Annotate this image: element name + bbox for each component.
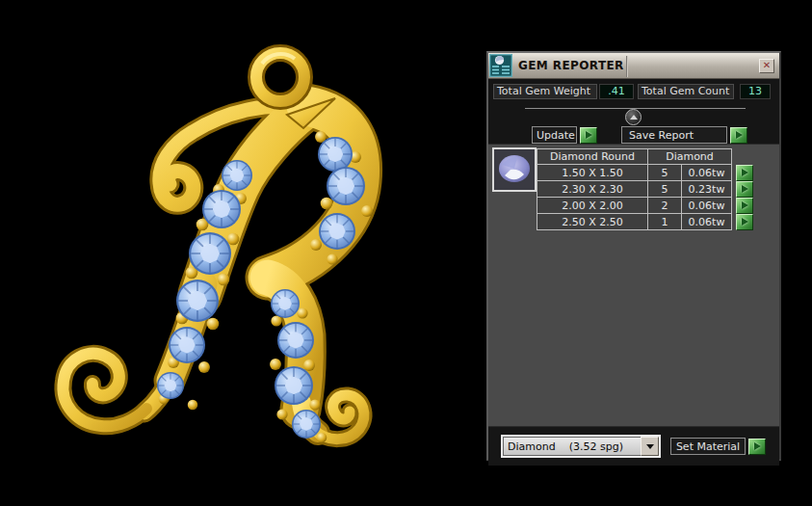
header-diamond-round: Diamond Round xyxy=(537,149,648,165)
gem-weight-cell: 0.23tw xyxy=(682,181,732,198)
gem-weight-cell: 0.06tw xyxy=(682,165,732,181)
set-material-button[interactable]: Set Material xyxy=(670,438,746,455)
table-row: 2.30 X 2.30 5 0.23tw xyxy=(537,181,754,198)
gem-size-cell: 2.00 X 2.00 xyxy=(537,198,648,214)
save-report-button[interactable]: Save Report xyxy=(621,126,727,144)
table-row: 2.50 X 2.50 1 0.06tw xyxy=(537,214,754,230)
titlebar-spacer xyxy=(626,56,755,77)
dropdown-arrow-button[interactable] xyxy=(641,437,659,456)
totals-section: Total Gem Weight .41 Total Gem Count 13 … xyxy=(488,84,779,144)
total-gem-weight-label: Total Gem Weight xyxy=(493,84,597,99)
gem-table: Diamond Round Diamond 1.50 X 1.50 5 0.06… xyxy=(537,148,754,230)
round-gem-icon xyxy=(494,149,535,190)
play-icon xyxy=(742,169,748,176)
chevron-down-icon xyxy=(646,444,654,449)
total-gem-count-value[interactable]: 13 xyxy=(740,84,771,99)
total-gem-count-label: Total Gem Count xyxy=(638,84,734,99)
play-icon xyxy=(742,201,748,209)
gem-reporter-window: GEM REPORTER ✕ Total Gem Weight .41 Tota… xyxy=(486,51,781,461)
material-density: (3.52 spg) xyxy=(569,440,623,453)
update-button[interactable]: Update xyxy=(532,126,577,144)
header-diamond: Diamond xyxy=(648,149,732,165)
set-material-apply-button[interactable] xyxy=(748,439,766,455)
play-icon xyxy=(586,131,592,139)
3d-viewport[interactable] xyxy=(0,0,486,506)
slider-handle[interactable] xyxy=(625,109,642,125)
material-bar: Diamond (3.52 spg) Set Material xyxy=(488,427,779,466)
window-title: GEM REPORTER xyxy=(518,59,626,72)
play-icon xyxy=(754,442,761,450)
gem-size-cell: 2.30 X 2.30 xyxy=(537,181,648,198)
gem-table-header-row: Diamond Round Diamond xyxy=(537,149,754,165)
close-icon[interactable]: ✕ xyxy=(759,59,774,73)
gem-list-area: Diamond Round Diamond 1.50 X 1.50 5 0.06… xyxy=(488,144,779,427)
play-icon xyxy=(736,131,743,139)
material-dropdown[interactable]: Diamond (3.52 spg) xyxy=(501,435,661,458)
row-select-button[interactable] xyxy=(736,181,753,198)
row-select-button[interactable] xyxy=(736,198,753,214)
gem-report-icon xyxy=(489,54,512,77)
gem-size-cell: 2.50 X 2.50 xyxy=(537,214,648,230)
gem-count-cell: 5 xyxy=(648,165,682,181)
gem-size-cell: 1.50 X 1.50 xyxy=(537,165,648,181)
gem-weight-cell: 0.06tw xyxy=(682,214,732,230)
gem-count-cell: 5 xyxy=(648,181,682,198)
table-row: 2.00 X 2.00 2 0.06tw xyxy=(537,198,754,214)
size-slider[interactable] xyxy=(525,108,746,124)
gem-count-cell: 1 xyxy=(648,214,682,230)
play-icon xyxy=(742,185,748,193)
gem-weight-cell: 0.06tw xyxy=(682,198,732,214)
gem-count-cell: 2 xyxy=(648,198,682,214)
row-select-button[interactable] xyxy=(736,214,753,230)
slider-arrow-icon xyxy=(630,115,638,120)
table-row: 1.50 X 1.50 5 0.06tw xyxy=(537,165,754,181)
gem-thumbnail[interactable] xyxy=(492,147,537,192)
play-icon xyxy=(742,218,748,226)
titlebar[interactable]: GEM REPORTER ✕ xyxy=(488,53,779,79)
total-gem-weight-value[interactable]: .41 xyxy=(599,84,634,99)
material-name: Diamond xyxy=(508,440,556,453)
pendant-render xyxy=(0,0,486,506)
header-arrow-spacer xyxy=(732,149,754,165)
save-report-apply-button[interactable] xyxy=(730,127,747,144)
row-select-button[interactable] xyxy=(736,165,753,181)
material-dropdown-field[interactable]: Diamond (3.52 spg) xyxy=(503,437,641,456)
app-screen: GEM REPORTER ✕ Total Gem Weight .41 Tota… xyxy=(0,0,812,506)
update-apply-button[interactable] xyxy=(580,127,597,144)
